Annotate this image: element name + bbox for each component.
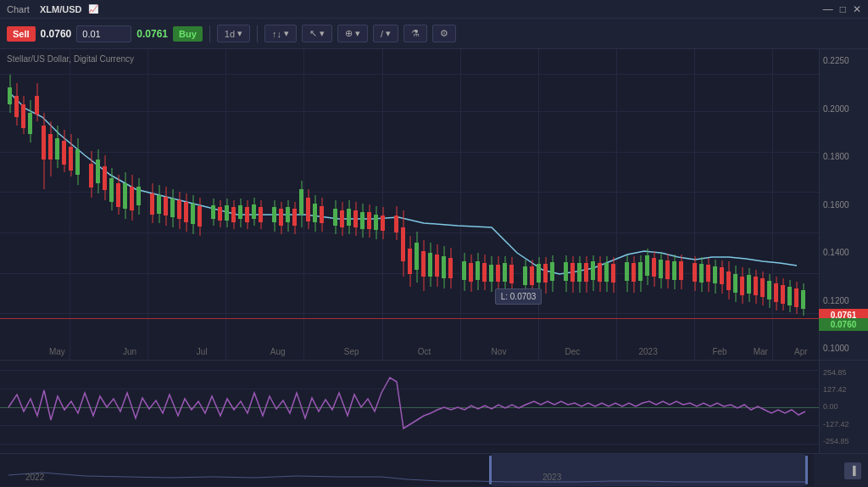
svg-rect-33 xyxy=(123,183,127,209)
svg-rect-25 xyxy=(96,160,100,183)
svg-rect-5 xyxy=(21,104,25,128)
svg-rect-177 xyxy=(672,261,676,280)
main-chart[interactable]: Stellar/US Dollar, Digital Currency xyxy=(0,49,868,360)
time-label-jun: Jun xyxy=(123,347,136,356)
year-2022: 2022 xyxy=(25,473,44,482)
price-0160: 0.1600 xyxy=(823,200,865,210)
close-button[interactable]: ✕ xyxy=(853,3,861,15)
svg-rect-87 xyxy=(333,209,337,226)
svg-rect-77 xyxy=(292,209,297,226)
svg-rect-159 xyxy=(604,263,609,282)
price-0120: 0.1200 xyxy=(823,296,865,305)
cursor-chevron: ▾ xyxy=(320,28,325,39)
svg-rect-41 xyxy=(157,195,161,214)
svg-rect-141 xyxy=(537,264,541,283)
svg-rect-103 xyxy=(394,216,398,232)
price-step-input[interactable] xyxy=(76,25,131,42)
time-label-dec: Dec xyxy=(565,347,581,356)
divider-2 xyxy=(257,25,258,42)
svg-rect-31 xyxy=(116,183,120,207)
time-label-feb: Feb xyxy=(712,347,726,356)
svg-rect-21 xyxy=(75,149,80,175)
chart-type-button[interactable]: ↑↓ ▾ xyxy=(264,25,297,42)
chart-type-icon: 📈 xyxy=(88,4,98,14)
svg-rect-193 xyxy=(733,274,737,293)
sell-price: 0.0760 xyxy=(41,28,72,40)
svg-rect-85 xyxy=(320,206,324,223)
svg-rect-23 xyxy=(89,164,93,188)
indicator-tool-button[interactable]: ⚗ xyxy=(403,25,427,42)
svg-rect-183 xyxy=(699,264,704,283)
svg-rect-37 xyxy=(136,187,141,205)
svg-rect-117 xyxy=(442,256,446,278)
svg-rect-137 xyxy=(523,266,527,285)
window-controls[interactable]: — □ ✕ xyxy=(823,3,861,15)
svg-rect-59 xyxy=(225,205,229,221)
oscillator-svg xyxy=(0,361,814,454)
svg-rect-209 xyxy=(787,287,792,305)
svg-rect-201 xyxy=(760,278,765,297)
svg-rect-155 xyxy=(591,261,595,280)
timeframe-button[interactable]: 1d ▾ xyxy=(217,25,250,42)
svg-rect-7 xyxy=(28,113,32,134)
svg-rect-217 xyxy=(805,456,808,484)
svg-rect-11 xyxy=(42,126,46,160)
svg-rect-63 xyxy=(238,205,242,219)
svg-rect-95 xyxy=(360,212,364,229)
svg-rect-49 xyxy=(184,202,188,222)
time-label-jul: Jul xyxy=(197,347,208,356)
osc-127: 127.42 xyxy=(823,385,865,394)
buy-price-tag: 0.0760 xyxy=(819,318,868,331)
svg-rect-175 xyxy=(665,260,670,279)
indicator-icon: ⚗ xyxy=(411,28,420,39)
time-axis: May Jun Jul Aug Sep Oct Nov Dec 2023 Feb… xyxy=(0,343,819,360)
svg-rect-133 xyxy=(503,263,507,282)
cursor-icon: ↖ xyxy=(309,28,317,39)
svg-rect-55 xyxy=(211,205,215,219)
svg-rect-191 xyxy=(726,271,731,290)
oscillator-panel[interactable]: 254.85 127.42 0.00 -127.42 -254.85 xyxy=(0,360,868,453)
time-label-mar: Mar xyxy=(754,347,768,356)
svg-rect-39 xyxy=(150,193,154,215)
svg-rect-101 xyxy=(381,216,385,231)
maximize-button[interactable]: □ xyxy=(840,3,846,15)
svg-rect-67 xyxy=(252,204,256,219)
buy-price: 0.0761 xyxy=(136,28,168,40)
time-label-2023: 2023 xyxy=(638,347,657,356)
settings-tool-button[interactable]: ⚙ xyxy=(432,25,456,42)
draw-tool-button[interactable]: / ▾ xyxy=(373,25,398,42)
buy-price-value: 0.0760 xyxy=(831,320,857,329)
svg-rect-197 xyxy=(747,275,751,294)
timeframe-label: 1d xyxy=(225,29,235,39)
svg-rect-195 xyxy=(740,277,744,295)
chart-container: Stellar/US Dollar, Digital Currency xyxy=(0,49,868,487)
instrument-label: Stellar/US Dollar, Digital Currency xyxy=(7,54,134,64)
svg-rect-189 xyxy=(720,267,724,284)
svg-rect-19 xyxy=(69,147,73,171)
svg-rect-17 xyxy=(62,141,66,165)
svg-rect-53 xyxy=(198,206,202,227)
cursor-tool-button[interactable]: ↖ ▾ xyxy=(302,25,332,42)
main-chart-svg xyxy=(0,49,814,329)
osc-scale: 254.85 127.42 0.00 -127.42 -254.85 xyxy=(819,361,868,453)
svg-rect-169 xyxy=(645,255,649,276)
osc-n254: -254.85 xyxy=(823,437,865,445)
settings-icon: ⚙ xyxy=(440,28,448,39)
minimize-button[interactable]: — xyxy=(823,3,833,15)
svg-rect-149 xyxy=(570,263,575,282)
svg-rect-125 xyxy=(476,261,480,280)
svg-rect-211 xyxy=(794,288,798,307)
svg-rect-27 xyxy=(103,166,107,190)
nav-handle[interactable]: ▐ xyxy=(844,462,861,479)
svg-rect-213 xyxy=(801,290,805,309)
price-0100: 0.1000 xyxy=(823,344,865,353)
price-0140: 0.1400 xyxy=(823,248,865,257)
svg-rect-143 xyxy=(543,264,548,283)
chart-type-icon: ↑↓ xyxy=(272,29,281,39)
svg-rect-81 xyxy=(306,198,310,221)
price-0225: 0.2250 xyxy=(823,56,865,65)
zoom-tool-button[interactable]: ⊕ ▾ xyxy=(337,25,368,42)
navigator[interactable]: 2022 2023 ▐ xyxy=(0,453,868,487)
sell-button[interactable]: Sell xyxy=(7,26,36,42)
buy-button[interactable]: Buy xyxy=(173,26,203,42)
